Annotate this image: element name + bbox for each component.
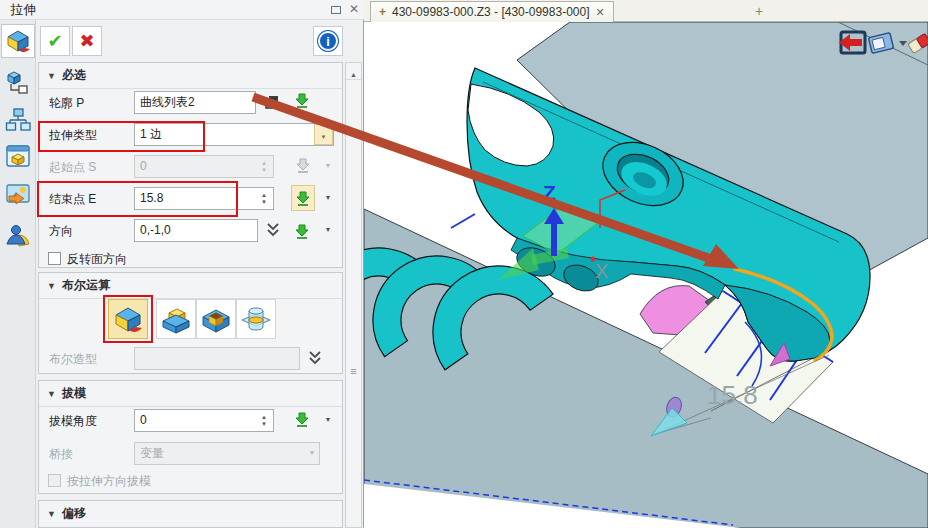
- section-draft-header[interactable]: ▼拔模: [39, 381, 342, 407]
- user-icon: [5, 222, 31, 248]
- dialog-scrollbar[interactable]: ▲ ≡: [345, 62, 362, 528]
- shape-window-icon: [5, 143, 31, 169]
- end-pick-icon: [295, 190, 311, 206]
- x-icon: ✖: [79, 30, 94, 52]
- boolean-intersect-icon: [240, 303, 272, 335]
- reverse-face-label: 反转面方向: [67, 247, 127, 271]
- check-icon: ✔: [47, 30, 62, 52]
- zw3d-window: 拉伸 ✕: [0, 0, 928, 528]
- profile-pick-icon[interactable]: [294, 92, 310, 108]
- caret-down-icon: ▼: [321, 134, 327, 140]
- sidebar-item-render[interactable]: [1, 177, 35, 211]
- end-pick-button[interactable]: [291, 185, 315, 211]
- info-button[interactable]: i: [313, 26, 343, 56]
- section-required: ▼必选 轮廓 P 曲线列表2 拉伸类型 1 边 ▼ 起始点 S 0: [38, 62, 343, 268]
- grip-icon: ≡: [350, 365, 356, 377]
- draft-direction-checkbox: [48, 474, 61, 487]
- scrollbar-up-button[interactable]: ▲: [346, 63, 361, 80]
- extrude-type-select[interactable]: 1 边: [134, 123, 334, 146]
- boolean-remove-button[interactable]: [196, 299, 236, 339]
- cancel-button[interactable]: ✖: [72, 26, 102, 56]
- end-point-spinner[interactable]: ▲▼: [257, 188, 271, 209]
- document-tab-active[interactable]: + 430-09983-000.Z3 - [430-09983-000] ✕: [370, 1, 614, 22]
- copy-icon[interactable]: [264, 94, 280, 110]
- boolean-base-icon: [112, 303, 144, 335]
- axis-x-label: X: [595, 260, 608, 282]
- scroll-up-icon: ▲: [350, 71, 357, 78]
- direction-input[interactable]: 0,-1,0: [134, 219, 258, 242]
- boolean-intersect-button[interactable]: [236, 299, 276, 339]
- reverse-face-checkbox[interactable]: [48, 252, 61, 265]
- sidebar-item-assembly-tree[interactable]: [1, 102, 35, 136]
- draft-pick-button[interactable]: [291, 407, 313, 431]
- boolean-shape-input: [134, 347, 300, 370]
- close-icon[interactable]: ✕: [349, 2, 359, 16]
- tab-close-icon[interactable]: ✕: [596, 6, 605, 19]
- section-boolean: ▼布尔运算: [38, 272, 343, 374]
- expand-chevrons-icon[interactable]: [265, 221, 281, 239]
- document-tabbar: + 430-09983-000.Z3 - [430-09983-000] ✕ +: [364, 0, 928, 22]
- bridge-label: 桥接: [49, 442, 73, 466]
- section-draft: ▼拔模 拔模角度 0 ▲▼ ▼ 桥接 变量 ▼ 按拉伸方向拔模: [38, 380, 343, 494]
- boolean-add-icon: [160, 303, 192, 335]
- direction-pick-caret[interactable]: ▼: [321, 220, 335, 240]
- section-offset-header[interactable]: ▼偏移: [39, 501, 342, 526]
- profile-input[interactable]: 曲线列表2: [134, 91, 256, 114]
- dialog-title: 拉伸: [10, 1, 36, 19]
- start-point-spinner: ▲▼: [257, 156, 271, 177]
- collapse-icon: ▼: [47, 509, 56, 519]
- hierarchy-icon: [5, 106, 31, 132]
- scrollbar-grip[interactable]: ≡: [347, 361, 360, 379]
- boolean-shape-chevrons-icon[interactable]: [307, 349, 323, 367]
- collapse-icon: ▼: [47, 71, 56, 81]
- sidebar-item-history[interactable]: [1, 65, 35, 99]
- draft-angle-label: 拔模角度: [49, 409, 97, 433]
- dimension-label: 15.8: [707, 380, 758, 410]
- section-boolean-header[interactable]: ▼布尔运算: [39, 273, 342, 299]
- draft-angle-input[interactable]: 0: [134, 409, 274, 432]
- sidebar-item-user[interactable]: [1, 218, 35, 252]
- extrude-dialog: 拉伸 ✕: [0, 0, 364, 528]
- axis-z-label: Z: [543, 181, 556, 204]
- viewport-3d[interactable]: Z X 15.8: [364, 22, 928, 528]
- draft-direction-label: 按拉伸方向拔模: [67, 469, 151, 493]
- collapse-icon: ▼: [47, 389, 56, 399]
- boolean-add-button[interactable]: [156, 299, 196, 339]
- sidebar-item-extrude[interactable]: [1, 24, 35, 58]
- extrude-type-label: 拉伸类型: [49, 123, 97, 147]
- history-tree-icon: [5, 69, 31, 95]
- start-pick-caret: ▼: [321, 156, 335, 176]
- bridge-select: 变量: [134, 442, 320, 465]
- section-offset: ▼偏移: [38, 500, 343, 528]
- start-pick-icon-disabled: [295, 157, 311, 173]
- extrude-type-dropdown-button[interactable]: ▼: [314, 124, 333, 145]
- end-point-label: 结束点 E: [49, 187, 96, 211]
- start-point-label: 起始点 S: [49, 155, 96, 179]
- boolean-shape-label: 布尔造型: [49, 347, 97, 371]
- draft-pick-caret[interactable]: ▼: [321, 410, 335, 430]
- end-pick-caret[interactable]: ▼: [321, 188, 335, 208]
- end-point-input[interactable]: 15.8: [134, 187, 274, 210]
- draft-angle-spinner[interactable]: ▲▼: [257, 410, 271, 431]
- ok-button[interactable]: ✔: [40, 26, 70, 56]
- direction-label: 方向: [49, 219, 73, 243]
- boolean-base-button[interactable]: [108, 299, 148, 339]
- direction-pick-icon: [294, 223, 310, 239]
- sidebar-item-shape-browser[interactable]: [1, 139, 35, 173]
- new-tab-button[interactable]: +: [746, 2, 772, 21]
- tab-modified-icon: +: [379, 5, 386, 19]
- info-icon: i: [318, 31, 338, 51]
- plus-icon: +: [755, 3, 763, 19]
- tab-label: 430-09983-000.Z3 - [430-09983-000]: [392, 5, 589, 19]
- bridge-caret: ▼: [305, 443, 319, 463]
- extrude-icon: [5, 28, 31, 54]
- profile-label: 轮廓 P: [49, 91, 84, 115]
- draft-pick-icon: [294, 411, 310, 427]
- section-required-header[interactable]: ▼必选: [39, 63, 342, 89]
- collapse-icon: ▼: [47, 281, 56, 291]
- direction-pick-button[interactable]: [291, 219, 313, 243]
- restore-icon[interactable]: [331, 6, 341, 14]
- start-point-input: 0: [134, 155, 274, 178]
- image-icon: [5, 181, 31, 207]
- feature-icon-strip: [0, 20, 36, 528]
